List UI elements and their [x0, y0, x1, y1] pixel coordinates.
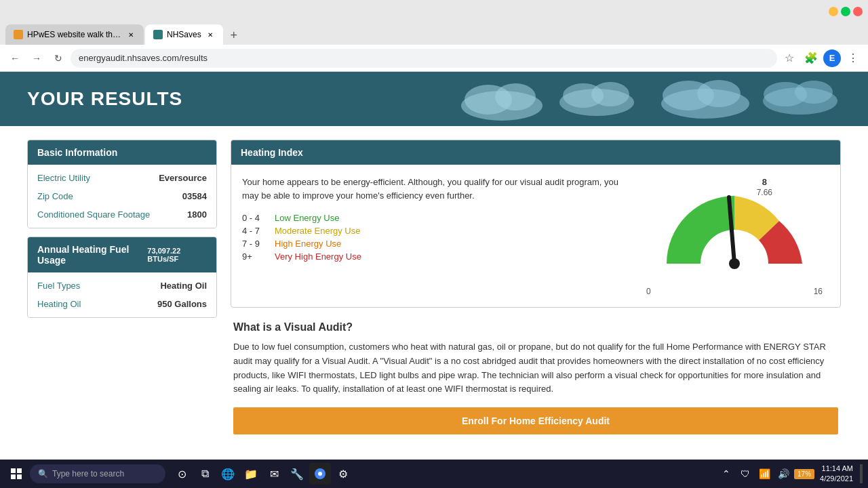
zip-code-value: 03584 — [182, 191, 207, 201]
taskbar-clock: 11:14 AM 4/29/2021 — [820, 464, 853, 485]
scale-row-3: 9+ Very High Energy Use — [242, 251, 626, 262]
new-tab-button[interactable]: + — [224, 26, 243, 45]
taskbar-cortana-icon[interactable]: ⊙ — [171, 463, 193, 485]
tab-bar: HPwES website walk through -... ✕ NHSave… — [0, 23, 868, 45]
gauge-current-value: 7.66 — [757, 188, 772, 197]
taskbar-show-desktop-icon[interactable] — [860, 464, 863, 483]
annual-heating-card: Annual Heating Fuel Usage 73,097.22 BTUs… — [27, 237, 217, 318]
svg-point-14 — [729, 258, 740, 269]
battery-indicator: 17% — [794, 469, 814, 479]
taskbar-volume-icon[interactable]: 🔊 — [775, 466, 791, 482]
profile-button[interactable]: E — [823, 49, 841, 67]
tab-2-label: NHSaves — [167, 30, 201, 39]
taskbar-network-icon[interactable]: 📶 — [756, 466, 772, 482]
svg-rect-17 — [11, 474, 16, 479]
reload-button[interactable]: ↻ — [49, 49, 68, 68]
tab-1-close[interactable]: ✕ — [126, 30, 136, 39]
taskbar-taskview-icon[interactable]: ⧉ — [194, 463, 216, 485]
close-button[interactable] — [853, 7, 863, 16]
taskbar: 🔍 Type here to search ⊙ ⧉ 🌐 📁 ✉ 🔧 ⚙ ⌃ 🛡 … — [0, 460, 868, 488]
taskbar-chrome-icon[interactable] — [309, 463, 331, 485]
taskbar-systray: ⌃ 🛡 📶 🔊 17% — [718, 466, 814, 482]
svg-rect-18 — [17, 474, 22, 479]
heating-index-card: Heating Index Your home appears to be en… — [231, 140, 841, 308]
square-footage-value: 1800 — [187, 209, 207, 220]
bookmark-icon[interactable]: ☆ — [780, 49, 799, 68]
more-options-icon[interactable]: ⋮ — [844, 49, 863, 68]
svg-rect-15 — [11, 468, 16, 473]
basic-info-header: Basic Information — [28, 140, 216, 165]
heating-oil-label: Heating Oil — [37, 299, 105, 309]
forward-button[interactable]: → — [27, 49, 46, 68]
enroll-button[interactable]: Enroll For Home Efficiency Audit — [233, 407, 838, 434]
visual-audit-description: Due to low fuel consumption, customers w… — [233, 340, 838, 396]
page-content: YOUR RESULTS — [0, 72, 868, 460]
taskbar-chevron-icon[interactable]: ⌃ — [718, 466, 734, 482]
chrome-svg — [314, 468, 326, 480]
svg-point-5 — [591, 82, 629, 106]
scale-row-2: 7 - 9 High Energy Use — [242, 239, 626, 249]
scale-label-1: Moderate Energy Use — [275, 226, 360, 236]
square-footage-row: Conditioned Square Footage 1800 — [37, 209, 207, 220]
page-header: YOUR RESULTS — [0, 72, 868, 126]
back-button[interactable]: ← — [5, 49, 24, 68]
annual-heating-header: Annual Heating Fuel Usage 73,097.22 BTUs… — [28, 237, 216, 272]
svg-point-11 — [795, 81, 833, 104]
heating-index-header: Heating Index — [231, 140, 840, 165]
annual-heating-title: Annual Heating Fuel Usage — [37, 244, 147, 266]
electric-utility-row: Electric Utility Eversource — [37, 173, 207, 183]
svg-point-2 — [495, 83, 536, 110]
browser-chrome: HPwES website walk through -... ✕ NHSave… — [0, 0, 868, 72]
cloud-decoration — [448, 72, 868, 126]
minimize-button[interactable] — [829, 7, 838, 16]
scale-range-3: 9+ — [242, 251, 269, 262]
taskbar-edge-icon[interactable]: 🌐 — [217, 463, 239, 485]
tab-1-label: HPwES website walk through -... — [27, 30, 122, 39]
extensions-icon[interactable]: 🧩 — [802, 49, 821, 68]
zip-code-label: Zip Code — [37, 191, 105, 201]
annual-heating-body: Fuel Types Heating Oil Heating Oil 950 G… — [28, 272, 216, 317]
clock-date: 4/29/2021 — [820, 474, 853, 484]
scale-label-0: Low Energy Use — [275, 213, 339, 223]
heating-oil-value: 950 Gallons — [157, 299, 207, 309]
tab-2[interactable]: NHSaves ✕ — [145, 24, 223, 45]
tab-1[interactable]: HPwES website walk through -... ✕ — [5, 24, 144, 45]
taskbar-search[interactable]: 🔍 Type here to search — [30, 464, 165, 483]
visual-audit-section: What is a Visual Audit? Due to low fuel … — [231, 321, 841, 434]
scale-range-0: 0 - 4 — [242, 213, 269, 223]
fuel-types-value: Heating Oil — [160, 281, 207, 291]
taskbar-settings-icon[interactable]: ⚙ — [332, 463, 354, 485]
start-button[interactable] — [5, 463, 27, 485]
taskbar-mail-icon[interactable]: ✉ — [263, 463, 285, 485]
address-bar[interactable]: energyaudit.nhsaves.com/results — [71, 49, 777, 68]
left-panel: Basic Information Electric Utility Evers… — [27, 140, 217, 434]
gauge-container: 8 7.66 0 16 — [639, 176, 829, 296]
gauge-svg — [646, 176, 823, 284]
basic-info-body: Electric Utility Eversource Zip Code 035… — [28, 165, 216, 228]
svg-point-20 — [318, 472, 322, 476]
gauge-min-label: 0 — [646, 287, 651, 296]
taskbar-explorer-icon[interactable]: 📁 — [240, 463, 262, 485]
gauge-top-label: 8 — [762, 177, 767, 187]
fuel-types-label: Fuel Types — [37, 281, 105, 291]
heating-index-body: Your home appears to be energy-efficient… — [231, 165, 840, 307]
fuel-types-row: Fuel Types Heating Oil — [37, 281, 207, 291]
clock-time: 11:14 AM — [820, 464, 853, 474]
electric-utility-label: Electric Utility — [37, 173, 105, 183]
tab-2-close[interactable]: ✕ — [205, 30, 215, 39]
scale-row-1: 4 - 7 Moderate Energy Use — [242, 226, 626, 236]
heating-oil-row: Heating Oil 950 Gallons — [37, 299, 207, 309]
scale-range-2: 7 - 9 — [242, 239, 269, 249]
taskbar-search-placeholder: Type here to search — [52, 469, 124, 479]
toolbar-icons: ☆ 🧩 E ⋮ — [780, 49, 863, 68]
scale-row-0: 0 - 4 Low Energy Use — [242, 213, 626, 223]
maximize-button[interactable] — [841, 7, 850, 16]
heating-description: Your home appears to be energy-efficient… — [242, 176, 626, 202]
windows-icon — [11, 468, 22, 479]
scale-range-1: 4 - 7 — [242, 226, 269, 236]
taskbar-app1-icon[interactable]: 🔧 — [286, 463, 308, 485]
electric-utility-value: Eversource — [159, 173, 207, 183]
basic-info-card: Basic Information Electric Utility Evers… — [27, 140, 217, 228]
taskbar-windows-security-icon[interactable]: 🛡 — [737, 466, 753, 482]
tab-2-favicon — [153, 30, 163, 39]
